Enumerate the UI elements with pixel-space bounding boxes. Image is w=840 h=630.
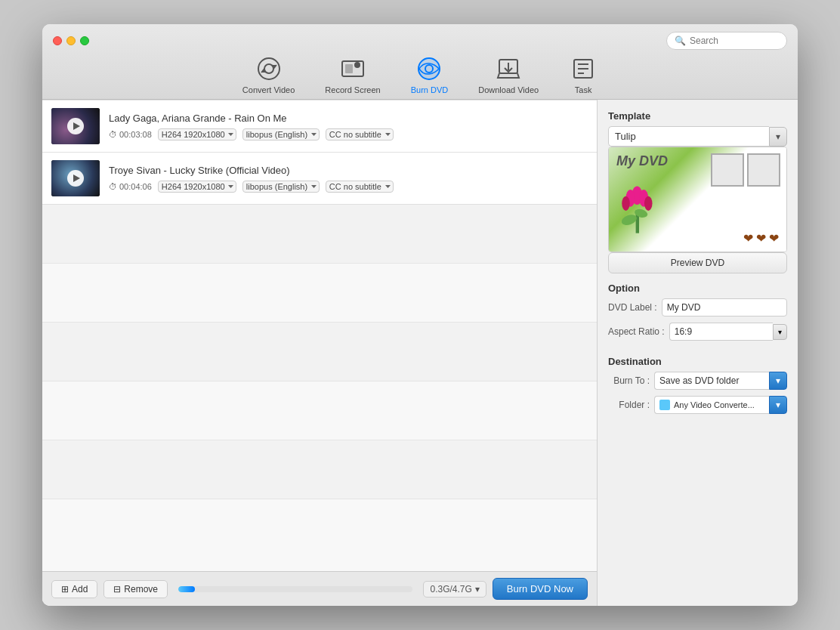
burn-to-dropdown-button[interactable]: ▾ [769,372,787,390]
video-meta: ⏱ 00:04:06 H264 1920x1080 libopus (Engli… [109,181,588,193]
search-icon: 🔍 [675,36,686,46]
svg-point-0 [258,58,279,79]
video-item: Troye Sivan - Lucky Strike (Official Vid… [42,153,597,205]
chevron-down-icon: ▾ [475,584,480,594]
video-subtitle-select[interactable]: CC no subtitle [326,128,394,141]
template-section: Template Tulip ▾ My DVD [608,110,787,273]
svg-point-19 [622,196,630,211]
video-format-select[interactable]: H264 1920x1080 [158,128,236,141]
video-info: Lady Gaga, Ariana Grande - Rain On Me ⏱ … [109,113,588,141]
video-audio-select[interactable]: libopus (English) [242,128,320,141]
folder-dropdown-button[interactable]: ▾ [769,396,787,414]
folder-label: Folder : [608,400,650,410]
toolbar: Convert Video Record Screen [42,50,798,94]
maximize-button[interactable] [80,36,89,45]
toolbar-label-burn-dvd: Burn DVD [411,85,449,94]
video-thumbnail [51,108,100,144]
toolbar-item-task[interactable]: Task [569,54,598,94]
search-box[interactable]: 🔍 [666,32,787,50]
video-duration: ⏱ 00:04:06 [109,182,152,191]
dvd-frame [747,153,780,187]
chevron-down-icon: ▾ [776,400,780,410]
svg-point-2 [354,62,360,68]
toolbar-item-download-video[interactable]: Download Video [478,54,539,94]
empty-drop-zone [42,381,597,440]
toolbar-item-burn-dvd[interactable]: Burn DVD [411,54,449,94]
folder-btn-wrap: Any Video Converte... ▾ [654,396,787,414]
burn-to-select[interactable]: Save as DVD folder [654,372,769,390]
aspect-ratio-dropdown-button[interactable]: ▾ [773,324,787,340]
video-subtitle-select[interactable]: CC no subtitle [326,181,394,193]
video-duration: ⏱ 00:03:08 [109,130,152,139]
video-audio-select[interactable]: libopus (English) [242,181,320,193]
burn-to-label: Burn To : [608,375,650,386]
video-meta: ⏱ 00:03:08 H264 1920x1080 libopus (Engli… [109,128,588,141]
toolbar-label-record-screen: Record Screen [325,85,380,94]
download-video-icon [494,54,523,83]
template-dropdown-button[interactable]: ▾ [769,127,787,147]
convert-video-icon [255,54,283,83]
search-input[interactable] [690,36,779,46]
burn-dvd-icon [415,54,443,83]
bottom-bar: ⊞ Add ⊟ Remove 0.3G/4.7G ▾ Burn DVD Now [42,571,597,606]
dvd-label-input[interactable] [662,298,787,317]
chevron-down-icon: ▾ [776,131,780,142]
progress-bar-fill [178,586,195,592]
toolbar-label-task: Task [575,85,592,94]
video-info: Troye Sivan - Lucky Strike (Official Vid… [109,165,588,193]
folder-icon [659,400,670,410]
video-title: Troye Sivan - Lucky Strike (Official Vid… [109,165,588,176]
svg-point-14 [620,213,638,227]
burn-dvd-now-button[interactable]: Burn DVD Now [493,578,588,600]
svg-rect-3 [345,64,353,73]
template-dropdown[interactable]: Tulip [608,126,769,147]
play-triangle-icon [73,122,80,130]
empty-drop-zone [42,440,597,499]
aspect-ratio-row: Aspect Ratio : 16:9 ▾ [608,323,787,341]
empty-drop-zone [42,264,597,323]
video-format-select[interactable]: H264 1920x1080 [158,181,236,193]
hearts-decoration: ❤ ❤ ❤ [743,231,779,246]
dvd-frames [711,153,780,187]
folder-row: Folder : Any Video Converte... ▾ [608,396,787,414]
template-section-title: Template [608,110,787,122]
play-button[interactable] [67,118,84,134]
template-preview-inner: My DVD [609,147,786,252]
play-button[interactable] [67,170,84,187]
play-triangle-icon [73,174,80,182]
traffic-lights [53,36,89,45]
aspect-ratio-select[interactable]: 16:9 [669,323,773,341]
burn-to-row: Burn To : Save as DVD folder ▾ [608,372,787,390]
toolbar-item-convert-video[interactable]: Convert Video [242,54,295,94]
toolbar-label-convert-video: Convert Video [242,85,295,94]
empty-drop-zone [42,323,597,381]
close-button[interactable] [53,36,62,45]
right-panel: Template Tulip ▾ My DVD [598,100,798,606]
option-section: Option DVD Label : Aspect Ratio : 16:9 ▾ [608,283,787,347]
chevron-down-icon: ▾ [778,328,782,336]
empty-drop-zone [42,205,597,264]
add-icon: ⊞ [61,584,69,594]
titlebar: 🔍 Convert Video [42,24,798,100]
destination-section: Destination Burn To : Save as DVD folder… [608,356,787,420]
burn-to-select-wrap: Save as DVD folder ▾ [654,372,787,390]
folder-path-button[interactable]: Any Video Converte... [654,396,769,414]
task-icon [569,54,598,83]
minimize-button[interactable] [66,36,76,45]
dvd-frame [711,153,744,187]
remove-button[interactable]: ⊟ Remove [103,580,168,598]
svg-point-20 [644,196,653,211]
toolbar-label-download-video: Download Video [478,85,539,94]
preview-dvd-button[interactable]: Preview DVD [608,252,787,273]
clock-icon: ⏱ [109,182,117,191]
video-thumbnail [51,160,100,196]
add-button[interactable]: ⊞ Add [51,580,97,598]
video-list: Lady Gaga, Ariana Grande - Rain On Me ⏱ … [42,100,597,571]
video-title: Lady Gaga, Ariana Grande - Rain On Me [109,113,588,124]
destination-section-title: Destination [608,356,787,367]
record-screen-icon [338,54,367,83]
aspect-ratio-label: Aspect Ratio : [608,326,665,337]
video-item: Lady Gaga, Ariana Grande - Rain On Me ⏱ … [42,100,597,153]
toolbar-item-record-screen[interactable]: Record Screen [325,54,380,94]
main-content: Lady Gaga, Ariana Grande - Rain On Me ⏱ … [42,100,798,606]
